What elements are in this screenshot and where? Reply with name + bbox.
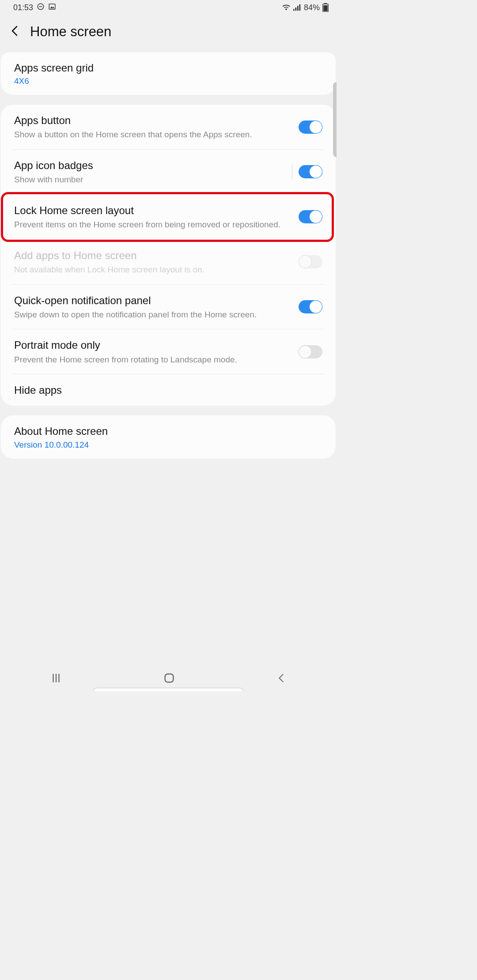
lock-layout-toggle[interactable] bbox=[299, 210, 322, 223]
row-about-home-screen[interactable]: About Home screen Version 10.0.00.124 bbox=[1, 415, 336, 458]
apps-button-toggle[interactable] bbox=[299, 121, 322, 134]
gesture-handle bbox=[93, 688, 243, 691]
apps-button-title: Apps button bbox=[14, 113, 290, 127]
hide-apps-title: Hide apps bbox=[14, 383, 314, 397]
add-apps-title: Add apps to Home screen bbox=[14, 249, 290, 262]
status-right: 84% bbox=[282, 3, 329, 12]
system-navigation-bar bbox=[0, 665, 337, 691]
scroll-handle[interactable] bbox=[333, 82, 337, 157]
row-quick-open-notification[interactable]: Quick-open notification panel Swipe down… bbox=[1, 285, 336, 329]
portrait-title: Portrait mode only bbox=[14, 338, 290, 352]
svg-rect-2 bbox=[49, 4, 55, 9]
row-add-apps-to-home: Add apps to Home screen Not available wh… bbox=[1, 240, 336, 284]
row-app-icon-badges[interactable]: App icon badges Show with number bbox=[1, 150, 336, 194]
portrait-sub: Prevent the Home screen from rotating to… bbox=[14, 354, 290, 366]
screen-header: Home screen bbox=[0, 15, 337, 52]
battery-pct: 84% bbox=[304, 3, 320, 12]
card-apps-grid: Apps screen grid 4X6 bbox=[1, 52, 336, 95]
quick-open-sub: Swipe down to open the notification pane… bbox=[14, 309, 290, 320]
svg-rect-6 bbox=[297, 6, 299, 11]
card-main-settings: Apps button Show a button on the Home sc… bbox=[1, 105, 336, 406]
about-version: Version 10.0.00.124 bbox=[14, 440, 314, 450]
apps-grid-title: Apps screen grid bbox=[14, 61, 314, 75]
back-button[interactable] bbox=[276, 672, 286, 684]
image-icon bbox=[48, 3, 56, 13]
quick-open-toggle[interactable] bbox=[299, 300, 322, 313]
dnd-icon bbox=[37, 3, 45, 13]
card-about: About Home screen Version 10.0.00.124 bbox=[1, 415, 336, 458]
lock-layout-title: Lock Home screen layout bbox=[14, 204, 290, 217]
svg-rect-7 bbox=[299, 4, 300, 11]
row-portrait-mode-only[interactable]: Portrait mode only Prevent the Home scre… bbox=[1, 329, 336, 374]
add-apps-sub: Not available when Lock Home screen layo… bbox=[14, 264, 290, 275]
signal-icon bbox=[293, 4, 301, 11]
portrait-toggle[interactable] bbox=[299, 345, 322, 358]
vdivider bbox=[292, 164, 292, 180]
about-title: About Home screen bbox=[14, 424, 314, 438]
page-title: Home screen bbox=[30, 24, 111, 40]
icon-badges-toggle[interactable] bbox=[299, 165, 322, 178]
apps-button-sub: Show a button on the Home screen that op… bbox=[14, 129, 290, 140]
svg-rect-10 bbox=[324, 5, 328, 11]
back-icon[interactable] bbox=[11, 25, 19, 39]
row-apps-screen-grid[interactable]: Apps screen grid 4X6 bbox=[1, 52, 336, 95]
lock-layout-sub: Prevent items on the Home screen from be… bbox=[14, 219, 290, 230]
quick-open-title: Quick-open notification panel bbox=[14, 294, 290, 307]
battery-icon bbox=[322, 3, 329, 12]
status-left: 01:53 bbox=[13, 3, 56, 13]
add-apps-toggle bbox=[299, 255, 322, 268]
svg-rect-5 bbox=[295, 8, 296, 11]
recents-button[interactable] bbox=[50, 672, 62, 684]
home-button[interactable] bbox=[163, 672, 175, 684]
status-bar: 01:53 84% bbox=[0, 0, 337, 15]
icon-badges-sub: Show with number bbox=[14, 174, 283, 185]
row-apps-button[interactable]: Apps button Show a button on the Home sc… bbox=[1, 105, 336, 149]
apps-grid-value: 4X6 bbox=[14, 76, 314, 86]
icon-badges-title: App icon badges bbox=[14, 158, 283, 172]
svg-marker-3 bbox=[50, 6, 55, 8]
row-hide-apps[interactable]: Hide apps bbox=[1, 374, 336, 406]
status-time: 01:53 bbox=[13, 3, 33, 12]
svg-rect-4 bbox=[293, 9, 295, 11]
wifi-icon bbox=[282, 4, 291, 11]
row-lock-home-screen-layout[interactable]: Lock Home screen layout Prevent items on… bbox=[1, 195, 336, 239]
svg-rect-14 bbox=[165, 674, 174, 682]
